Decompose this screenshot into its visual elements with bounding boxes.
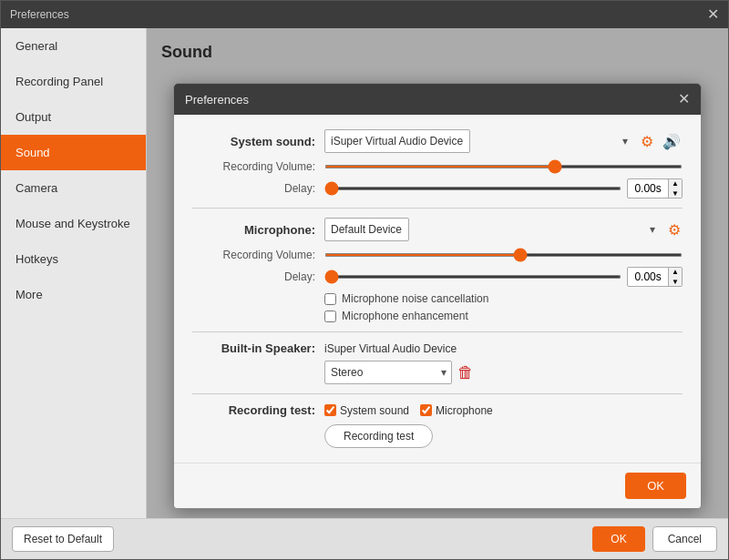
sidebar-item-camera[interactable]: Camera [1, 170, 146, 206]
microphone-delay-slider[interactable] [324, 275, 621, 279]
system-sound-dropdown[interactable]: iSuper Virtual Audio Device [324, 129, 470, 153]
sidebar-item-general[interactable]: General [1, 28, 146, 64]
stereo-dropdown[interactable]: Stereo [324, 361, 452, 384]
main-cancel-button[interactable]: Cancel [652, 526, 717, 552]
microphone-delay-down[interactable]: ▼ [669, 277, 682, 287]
system-sound-delay-label: Delay: [192, 182, 324, 195]
reset-to-default-button[interactable]: Reset to Default [12, 526, 114, 552]
microphone-delay-spin: ▲ ▼ [668, 267, 682, 287]
preferences-modal: Preferences ✕ System sound: iSuper Virtu… [173, 83, 702, 509]
delete-speaker-icon[interactable]: 🗑 [457, 363, 474, 382]
system-sound-delay-area: ▲ ▼ [324, 178, 683, 199]
bottom-bar: Reset to Default OK Cancel [1, 518, 728, 559]
system-sound-delay-input-wrapper: ▲ ▼ [627, 178, 683, 199]
noise-cancellation-checkbox[interactable] [324, 293, 336, 305]
noise-cancellation-label[interactable]: Microphone noise cancellation [342, 292, 488, 305]
system-sound-delay-down[interactable]: ▼ [669, 188, 682, 199]
system-sound-check-item: System sound [324, 404, 409, 417]
microphone-dropdown-wrapper: Default Device [324, 218, 661, 241]
system-sound-controls: iSuper Virtual Audio Device ⚙ 🔊 [324, 129, 683, 153]
noise-cancellation-row: Microphone noise cancellation [192, 292, 683, 305]
sidebar-item-sound[interactable]: Sound [1, 135, 146, 170]
sidebar-item-more[interactable]: More [1, 277, 146, 312]
system-sound-row: System sound: iSuper Virtual Audio Devic… [192, 129, 683, 153]
microphone-volume-area [324, 253, 683, 257]
main-window-close-button[interactable]: ✕ [707, 7, 719, 22]
microphone-volume-label: Recording Volume: [192, 249, 324, 261]
recording-test-label: Recording test: [192, 403, 324, 417]
sidebar-item-hotkeys[interactable]: Hotkeys [1, 241, 146, 277]
main-window: Preferences ✕ General Recording Panel Ou… [0, 0, 729, 560]
microphone-row: Microphone: Default Device ⚙ [192, 218, 683, 241]
system-sound-delay-up[interactable]: ▲ [669, 178, 682, 188]
main-titlebar: Preferences ✕ [1, 1, 728, 28]
recording-test-microphone-label[interactable]: Microphone [436, 404, 493, 417]
system-sound-delay-spin: ▲ ▼ [668, 178, 682, 199]
recording-test-button[interactable]: Recording test [324, 424, 433, 448]
system-sound-label: System sound: [192, 135, 324, 148]
stereo-dropdown-wrapper: Stereo [324, 361, 452, 384]
sidebar: General Recording Panel Output Sound Cam… [1, 28, 147, 518]
modal-close-button[interactable]: ✕ [678, 92, 690, 107]
system-sound-settings-icon[interactable]: ⚙ [639, 131, 655, 152]
system-sound-volume-label: Recording Volume: [192, 160, 324, 173]
microphone-enhancement-checkbox[interactable] [324, 311, 336, 322]
built-in-speaker-device: iSuper Virtual Audio Device [324, 342, 457, 355]
system-sound-delay-slider[interactable] [324, 187, 621, 190]
microphone-delay-input-wrapper: ▲ ▼ [627, 267, 683, 287]
microphone-delay-input[interactable] [628, 270, 668, 283]
modal-overlay: Preferences ✕ System sound: iSuper Virtu… [147, 28, 728, 518]
bottom-right-buttons: OK Cancel [592, 526, 717, 552]
recording-test-system-sound-label[interactable]: System sound [340, 404, 409, 417]
system-sound-delay-row: Delay: ▲ ▼ [192, 178, 683, 199]
system-sound-volume-row: Recording Volume: [192, 160, 683, 173]
main-content: General Recording Panel Output Sound Cam… [1, 28, 728, 518]
recording-test-label-row: Recording test: System sound Microphone [192, 403, 683, 417]
built-in-speaker-row: Built-in Speaker: iSuper Virtual Audio D… [192, 341, 683, 355]
main-window-title: Preferences [10, 8, 69, 21]
section-divider-2 [192, 331, 683, 332]
section-divider-3 [192, 393, 683, 394]
modal-titlebar: Preferences ✕ [174, 84, 701, 115]
main-ok-button[interactable]: OK [592, 526, 644, 552]
microphone-volume-row: Recording Volume: [192, 249, 683, 261]
built-in-speaker-label: Built-in Speaker: [192, 341, 324, 355]
recording-test-microphone-checkbox[interactable] [420, 404, 432, 416]
sidebar-item-recording-panel[interactable]: Recording Panel [1, 64, 146, 99]
modal-ok-button[interactable]: OK [625, 473, 686, 499]
system-sound-volume-slider[interactable] [324, 165, 683, 168]
built-in-speaker-section: Built-in Speaker: iSuper Virtual Audio D… [192, 341, 683, 384]
recording-test-system-sound-checkbox[interactable] [324, 404, 336, 416]
section-divider-1 [192, 208, 683, 209]
microphone-settings-icon[interactable]: ⚙ [666, 219, 683, 240]
right-panel: Sound Preferences ✕ System sound: [147, 28, 728, 518]
system-sound-delay-input[interactable] [628, 182, 668, 195]
modal-title: Preferences [185, 93, 249, 107]
recording-test-btn-row: Recording test [192, 424, 683, 448]
built-in-speaker-controls: Stereo 🗑 [192, 361, 683, 384]
system-sound-volume-area [324, 165, 683, 168]
recording-test-section: Recording test: System sound Microphone [192, 403, 683, 448]
microphone-delay-label: Delay: [192, 270, 324, 283]
recording-test-checkboxes: System sound Microphone [324, 404, 683, 417]
microphone-delay-up[interactable]: ▲ [669, 267, 682, 277]
microphone-label: Microphone: [192, 223, 324, 237]
modal-body: System sound: iSuper Virtual Audio Devic… [174, 115, 701, 463]
microphone-enhancement-row: Microphone enhancement [192, 310, 683, 322]
microphone-dropdown[interactable]: Default Device [324, 218, 409, 241]
sidebar-item-mouse-keystroke[interactable]: Mouse and Keystroke [1, 206, 146, 241]
microphone-volume-slider[interactable] [324, 253, 683, 257]
microphone-check-item: Microphone [420, 404, 493, 417]
modal-footer: OK [174, 463, 701, 508]
microphone-enhancement-label[interactable]: Microphone enhancement [342, 310, 468, 322]
microphone-delay-area: ▲ ▼ [324, 267, 683, 287]
microphone-controls: Default Device ⚙ [324, 218, 683, 241]
microphone-delay-row: Delay: ▲ ▼ [192, 267, 683, 287]
system-sound-audio-icon[interactable]: 🔊 [661, 131, 683, 152]
sidebar-item-output[interactable]: Output [1, 99, 146, 135]
system-sound-dropdown-wrapper: iSuper Virtual Audio Device [324, 129, 633, 153]
